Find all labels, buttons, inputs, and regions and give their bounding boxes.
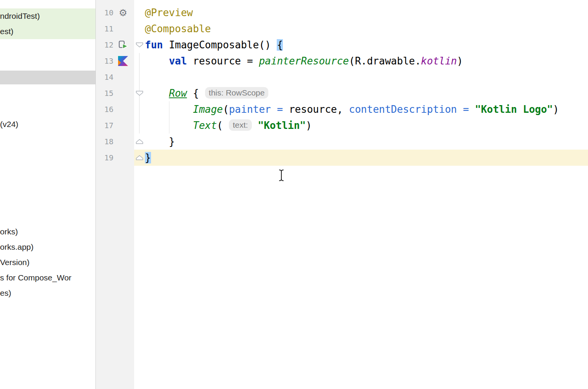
gutter-row: 16 [96, 101, 134, 117]
line-number: 15 [96, 89, 113, 98]
project-tree-item-label: ndroidTest) [0, 12, 40, 21]
code-token: } [145, 152, 151, 163]
project-tree-item[interactable]: orks.app) [0, 239, 95, 255]
inlay-hint: text: [229, 119, 252, 131]
code-line-text: @Preview [145, 5, 193, 21]
fold-gutter-cell [134, 101, 145, 117]
project-tree-item-label: orks) [0, 227, 18, 236]
code-token: ) [306, 120, 312, 131]
fold-gutter-cell [134, 21, 145, 37]
code-token: fun [145, 39, 169, 51]
code-token: resource, [289, 104, 349, 115]
fold-down-marker-icon[interactable] [134, 37, 145, 53]
code-token: (R.drawable. [349, 55, 421, 67]
editor-gutter: 10⚙111213141516171819 [96, 0, 134, 389]
gutter-row: 17 [96, 117, 134, 134]
project-tree-item[interactable]: ndroidTest) [0, 8, 95, 24]
code-line-text: } [145, 150, 151, 166]
project-tree-item[interactable]: est) [0, 24, 95, 39]
run-preview-icon[interactable] [113, 40, 133, 50]
code-line[interactable]: Image(painter = resource, contentDescrip… [134, 101, 588, 117]
code-line-text: Image(painter = resource, contentDescrip… [145, 101, 559, 117]
code-token: val [169, 55, 193, 67]
code-token: contentDescription = [349, 104, 475, 115]
gutter-row: 14 [96, 69, 134, 85]
code-line-current[interactable]: } [134, 150, 588, 166]
gutter-row: 15 [96, 85, 134, 101]
project-tree-item-label: es) [0, 288, 11, 298]
code-token: ( [217, 120, 229, 131]
code-token [145, 120, 193, 131]
fold-down-marker-icon[interactable] [134, 85, 145, 101]
project-panel: ndroidTest)est)(v24)orks)orks.app)Versio… [0, 0, 96, 389]
code-token: painter = [229, 104, 289, 115]
project-tree-item[interactable]: Version) [0, 255, 95, 270]
line-number: 10 [96, 8, 113, 17]
fold-gutter-cell [134, 5, 145, 21]
code-line[interactable]: Row { this: RowScope [134, 85, 588, 101]
gutter-row: 13 [96, 53, 134, 69]
code-line[interactable]: @Preview [134, 5, 588, 21]
code-line[interactable]: fun ImageComposable() { [134, 37, 588, 53]
code-line-text: } [145, 134, 175, 150]
code-token [145, 87, 169, 99]
project-tree-item-label: Version) [0, 258, 30, 267]
gutter-row: 18 [96, 134, 134, 150]
line-number: 18 [96, 137, 113, 146]
code-token: "Kotlin" [258, 120, 306, 131]
code-token: } [145, 136, 175, 147]
line-number: 16 [96, 105, 113, 114]
code-token: Text [193, 120, 217, 131]
code-token: @Composable [145, 23, 211, 35]
project-tree-item[interactable]: s for Compose_Wor [0, 270, 95, 285]
line-number: 17 [96, 121, 113, 130]
code-line[interactable]: } [134, 134, 588, 150]
code-line-text: @Composable [145, 21, 211, 37]
line-number: 19 [96, 153, 113, 162]
line-number: 11 [96, 24, 113, 33]
project-tree-item[interactable]: (v24) [0, 117, 95, 132]
code-token: ImageComposable() [169, 39, 277, 51]
code-token: "Kotlin Logo" [475, 104, 553, 115]
code-line[interactable]: @Composable [134, 21, 588, 37]
project-tree-item[interactable]: orks) [0, 224, 95, 239]
code-token: Row [169, 87, 187, 99]
fold-up-marker-icon[interactable] [134, 150, 145, 166]
project-tree-item-label: est) [0, 27, 13, 36]
gutter-settings-gear-icon[interactable]: ⚙ [113, 8, 133, 18]
code-line-text: fun ImageComposable() { [145, 37, 283, 53]
project-tree-item[interactable] [0, 71, 95, 84]
code-token [252, 120, 258, 131]
line-number: 13 [96, 56, 113, 66]
line-number: 12 [96, 40, 113, 49]
code-line[interactable]: Text( text: "Kotlin") [134, 117, 588, 134]
fold-gutter-cell [134, 117, 145, 134]
project-tree-item-label: orks.app) [0, 242, 34, 252]
code-token: painterResource [259, 55, 349, 67]
fold-gutter-cell [134, 69, 145, 85]
code-token: { [277, 39, 283, 51]
code-token: ) [553, 104, 559, 115]
code-line[interactable] [134, 69, 588, 85]
gutter-row: 10⚙ [96, 5, 134, 21]
code-token [145, 55, 169, 67]
code-token: resource = [193, 55, 259, 67]
fold-gutter-cell [134, 53, 145, 69]
code-token: ) [457, 55, 463, 67]
project-tree-item-label: (v24) [0, 120, 18, 129]
gutter-row: 12 [96, 37, 134, 53]
kotlin-file-icon [113, 56, 133, 66]
gutter-row: 11 [96, 21, 134, 37]
code-token: { [187, 87, 205, 99]
code-token: @Preview [145, 7, 193, 18]
code-token: kotlin [421, 55, 457, 67]
code-line-text: val resource = painterResource(R.drawabl… [145, 53, 463, 69]
code-line-text: Row { this: RowScope [145, 85, 268, 101]
line-number: 14 [96, 73, 113, 82]
code-editor[interactable]: @Preview@Composablefun ImageComposable()… [134, 0, 588, 389]
code-token: Image [193, 104, 223, 115]
code-line[interactable]: val resource = painterResource(R.drawabl… [134, 53, 588, 69]
fold-up-marker-icon[interactable] [134, 134, 145, 150]
code-token: ( [223, 104, 229, 115]
project-tree-item[interactable]: es) [0, 285, 95, 301]
